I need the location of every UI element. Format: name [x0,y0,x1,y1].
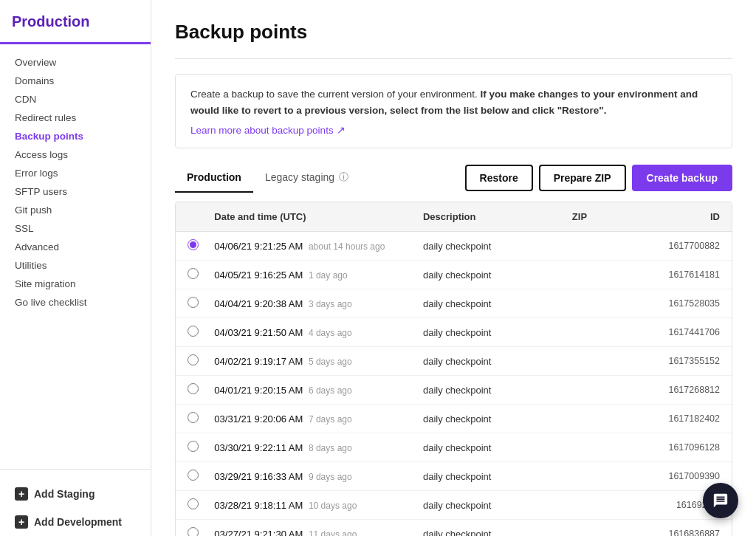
date-relative: 7 days ago [309,414,352,425]
backup-radio-2[interactable] [188,297,199,308]
backup-radio-6[interactable] [188,412,199,423]
sidebar-nav-error-logs[interactable]: Error logs [0,164,151,182]
radio-cell[interactable] [176,491,202,520]
zip-cell [560,462,635,491]
sidebar-nav-backup-points[interactable]: Backup points [0,127,151,145]
radio-cell[interactable] [176,376,202,405]
radio-cell[interactable] [176,232,202,261]
date-cell: 04/01/21 9:20:15 AM 6 days ago [202,376,411,405]
date-cell: 04/05/21 9:16:25 AM 1 day ago [202,261,411,289]
date-cell: 04/06/21 9:21:25 AM about 14 hours ago [202,232,411,261]
date-main: 03/31/21 9:20:06 AM [214,413,303,425]
date-main: 04/03/21 9:21:50 AM [214,327,303,338]
date-relative: 11 days ago [309,529,357,536]
date-relative: 9 days ago [309,472,352,482]
date-cell: 03/29/21 9:16:33 AM 9 days ago [202,462,411,491]
add-development-button[interactable]: + Add Development [0,508,151,536]
chat-bubble[interactable] [703,483,738,518]
sidebar-nav-domains[interactable]: Domains [0,72,151,90]
zip-cell [560,232,635,261]
sidebar-nav-utilities[interactable]: Utilities [0,256,151,275]
col-desc-header: Description [411,202,560,232]
date-cell: 03/31/21 9:20:06 AM 7 days ago [202,405,411,433]
backup-radio-7[interactable] [188,441,199,452]
sidebar-nav-advanced[interactable]: Advanced [0,238,151,256]
add-staging-button[interactable]: + Add Staging [0,480,151,508]
date-main: 03/29/21 9:16:33 AM [214,471,303,482]
date-main: 03/28/21 9:18:11 AM [214,500,303,511]
date-relative: 4 days ago [309,328,352,338]
table-row: 03/31/21 9:20:06 AM 7 days ago daily che… [176,405,732,433]
description-cell: daily checkpoint [411,405,560,433]
radio-cell[interactable] [176,520,202,536]
chat-icon [712,492,729,509]
backup-table-wrapper: Date and time (UTC) Description ZIP ID 0… [175,202,732,536]
sidebar-title: Production [0,0,151,44]
tab-legacy-staging[interactable]: Legacy staging ⓘ [253,163,360,193]
radio-cell[interactable] [176,261,202,289]
description-cell: daily checkpoint [411,232,560,261]
col-id-header: ID [635,202,732,232]
tabs: Production Legacy staging ⓘ [175,163,360,193]
date-cell: 04/04/21 9:20:38 AM 3 days ago [202,289,411,318]
sidebar-nav-cdn[interactable]: CDN [0,90,151,109]
sidebar-nav-site-migration[interactable]: Site migration [0,275,151,293]
date-relative: 8 days ago [309,443,352,453]
backup-radio-10[interactable] [188,527,199,536]
radio-cell[interactable] [176,289,202,318]
backup-radio-8[interactable] [188,470,199,481]
col-date-header: Date and time (UTC) [202,202,411,232]
radio-cell[interactable] [176,405,202,433]
sidebar-nav-git-push[interactable]: Git push [0,201,151,219]
backup-radio-1[interactable] [188,268,199,279]
id-cell: 1617700882 [635,232,732,261]
date-relative: 3 days ago [309,299,352,309]
date-relative: 10 days ago [309,501,357,511]
sidebar-nav-go-live-checklist[interactable]: Go live checklist [0,293,151,312]
backup-radio-9[interactable] [188,498,199,509]
id-cell: 1617441706 [635,318,732,347]
date-cell: 03/28/21 9:18:11 AM 10 days ago [202,491,411,520]
tab-help-icon[interactable]: ⓘ [339,171,348,184]
radio-cell[interactable] [176,318,202,347]
backup-radio-4[interactable] [188,354,199,365]
tab-production[interactable]: Production [175,163,253,193]
zip-cell [560,433,635,462]
description-cell: daily checkpoint [411,347,560,376]
table-row: 04/02/21 9:19:17 AM 5 days ago daily che… [176,347,732,376]
table-header: Date and time (UTC) Description ZIP ID [176,202,732,232]
sidebar-nav-access-logs[interactable]: Access logs [0,145,151,164]
restore-button[interactable]: Restore [465,165,533,191]
date-main: 04/05/21 9:16:25 AM [214,269,303,281]
id-cell: 1617182402 [635,405,732,433]
backup-radio-0[interactable] [188,239,199,250]
id-cell: 1617096128 [635,433,732,462]
sidebar-nav-overview[interactable]: Overview [0,53,151,72]
col-zip-header: ZIP [560,202,635,232]
date-cell: 04/02/21 9:19:17 AM 5 days ago [202,347,411,376]
date-cell: 04/03/21 9:21:50 AM 4 days ago [202,318,411,347]
description-cell: daily checkpoint [411,491,560,520]
zip-cell [560,289,635,318]
backup-radio-3[interactable] [188,326,199,337]
id-cell: 1617528035 [635,289,732,318]
radio-cell[interactable] [176,347,202,376]
tabs-bar: Production Legacy staging ⓘ Restore Prep… [175,163,732,193]
main-content: Backup points Create a backup to save th… [151,0,756,536]
sidebar-nav-redirect-rules[interactable]: Redirect rules [0,109,151,127]
description-cell: daily checkpoint [411,433,560,462]
backup-radio-5[interactable] [188,383,199,394]
table-row: 04/01/21 9:20:15 AM 6 days ago daily che… [176,376,732,405]
sidebar-nav-sftp-users[interactable]: SFTP users [0,182,151,201]
radio-cell[interactable] [176,462,202,491]
create-backup-button[interactable]: Create backup [632,165,732,191]
table-row: 03/28/21 9:18:11 AM 10 days ago daily ch… [176,491,732,520]
date-cell: 03/30/21 9:22:11 AM 8 days ago [202,433,411,462]
sidebar-nav: OverviewDomainsCDNRedirect rulesBackup p… [0,44,151,454]
learn-more-link[interactable]: Learn more about backup points ↗ [190,124,346,136]
sidebar-nav-ssl[interactable]: SSL [0,219,151,238]
date-relative: 6 days ago [309,385,352,396]
tab-legacy-staging-label: Legacy staging [265,171,334,183]
radio-cell[interactable] [176,433,202,462]
prepare-zip-button[interactable]: Prepare ZIP [539,165,626,191]
